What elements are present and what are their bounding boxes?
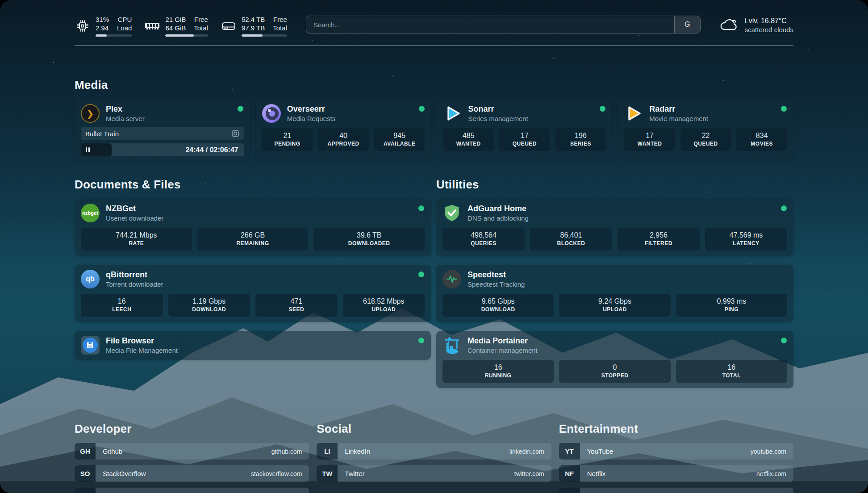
stat-filtered: 2,956FILTERED xyxy=(618,228,700,251)
disk-free: 52.4 TB xyxy=(242,15,265,24)
nzbget-card[interactable]: nzbget NZBGet Usenet downloader 744.21 M… xyxy=(75,199,431,256)
stat-leech: 16LEECH xyxy=(81,294,163,317)
stat-latency: 47.569 msLATENCY xyxy=(705,228,787,251)
filebrowser-title: File Browser xyxy=(106,336,178,346)
adguard-card[interactable]: AdGuard Home DNS and adblocking 498,564Q… xyxy=(436,199,793,256)
plex-progressbar: 24:44 / 02:06:47 xyxy=(81,143,244,156)
radarr-status-dot xyxy=(781,106,787,112)
stat-available: 945AVAILABLE xyxy=(374,128,425,151)
sonarr-icon xyxy=(443,104,462,123)
bookmark-abbr: NF xyxy=(559,465,580,482)
bookmark-name: LinkedIn xyxy=(345,447,370,455)
stat-approved: 40APPROVED xyxy=(318,128,369,151)
entertainment-column: Entertainment YT YouTube youtube.com NF … xyxy=(559,422,793,493)
overseerr-card[interactable]: Overseerr Media Requests 21PENDING 40APP… xyxy=(256,99,431,162)
qbittorrent-icon: qb xyxy=(81,270,100,288)
bookmark-youtube[interactable]: YT YouTube youtube.com xyxy=(559,443,793,460)
stat-total: 16TOTAL xyxy=(676,360,787,383)
bookmark-url: linkedin.com xyxy=(509,448,544,455)
section-title-documents: Documents & Files xyxy=(75,178,431,192)
bookmark-name: YouTube xyxy=(587,447,613,455)
portainer-status-dot xyxy=(781,338,787,343)
plex-playback-time: 24:44 / 02:06:47 xyxy=(185,146,243,154)
qbittorrent-title: qBittorrent xyxy=(106,270,163,280)
qbittorrent-status-dot xyxy=(418,272,424,277)
qbittorrent-subtitle: Torrent downloader xyxy=(106,280,163,288)
stat-running: 16RUNNING xyxy=(442,360,554,383)
section-title-social: Social xyxy=(317,422,551,436)
stat-stopped: 0STOPPED xyxy=(559,360,670,383)
search-provider-button[interactable]: G xyxy=(674,16,700,33)
plex-progress-fill xyxy=(81,143,112,156)
cpu-load: 2.94 xyxy=(96,24,109,32)
bookmark-dev[interactable]: DT DEV dev.to xyxy=(75,488,309,493)
radarr-subtitle: Movie management xyxy=(649,114,708,123)
stat-ping: 0.993 msPING xyxy=(676,294,787,317)
sonarr-card[interactable]: Sonarr Series management 485WANTED 17QUE… xyxy=(437,99,613,162)
portainer-card[interactable]: Media Portainer Container management 16R… xyxy=(436,331,793,388)
stat-wanted: 485WANTED xyxy=(443,128,494,151)
qbittorrent-card[interactable]: qb qBittorrent Torrent downloader 16LEEC… xyxy=(75,265,431,322)
stat-upload: 618.52 MbpsUPLOAD xyxy=(343,294,425,317)
weather-widget[interactable]: Lviv, 16.87°C scattered clouds xyxy=(718,16,793,34)
disk-icon xyxy=(221,20,237,32)
bookmark-url: netflix.com xyxy=(756,470,786,477)
search-input[interactable] xyxy=(306,16,674,33)
bookmark-netflix[interactable]: NF Netflix netflix.com xyxy=(559,465,793,482)
bookmark-linkedin[interactable]: LI LinkedIn linkedin.com xyxy=(317,443,551,460)
cpu-progressbar xyxy=(96,34,132,37)
bookmark-stackoverflow[interactable]: SO StackOverflow stackoverflow.com xyxy=(75,465,309,482)
bookmark-url: stackoverflow.com xyxy=(251,470,302,477)
cpu-label: CPU xyxy=(117,15,132,24)
bookmark-abbr: GH xyxy=(75,443,96,460)
dashboard-screen: 31% 2.94 CPU Load xyxy=(0,0,868,493)
radarr-icon xyxy=(624,104,643,123)
overseerr-status-dot xyxy=(419,106,425,112)
stat-queries: 498,564QUERIES xyxy=(442,228,525,251)
nzbget-icon: nzbget xyxy=(81,204,100,222)
bookmark-abbr: TW xyxy=(317,465,338,482)
media-type-icon xyxy=(231,130,239,138)
bookmark-url: twitter.com xyxy=(514,470,544,477)
cloud-icon xyxy=(718,17,739,33)
bookmark-github[interactable]: GH Github github.com xyxy=(75,443,309,460)
bookmark-name: StackOverflow xyxy=(103,470,146,477)
memory-widget: 21 GiB 64 GiB Free Total xyxy=(144,15,208,37)
section-title-entertainment: Entertainment xyxy=(559,422,793,436)
section-title-utilities: Utilities xyxy=(436,178,793,192)
speedtest-card[interactable]: Speedtest Speedtest Tracking 9.65 GbpsDO… xyxy=(436,265,793,322)
nzbget-subtitle: Usenet downloader xyxy=(106,214,163,222)
cpu-load-label: Load xyxy=(117,24,132,32)
nzbget-status-dot xyxy=(418,205,424,211)
section-title-media: Media xyxy=(75,78,793,92)
bookmark-abbr: SO xyxy=(75,465,96,482)
developer-column: Developer GH Github github.com SO StackO… xyxy=(75,422,309,493)
stat-movies: 834MOVIES xyxy=(736,128,787,151)
memory-free: 21 GiB xyxy=(165,15,186,24)
adguard-title: AdGuard Home xyxy=(467,204,529,214)
cpu-icon xyxy=(75,19,91,33)
plex-card[interactable]: ❯ Plex Media server Bullet Train xyxy=(75,99,250,162)
stat-blocked: 86,401BLOCKED xyxy=(530,228,612,251)
bookmark-name: Netflix xyxy=(587,470,606,477)
weather-location-temp: Lviv, 16.87°C xyxy=(745,16,793,25)
speedtest-subtitle: Speedtest Tracking xyxy=(467,280,525,288)
bookmark-twitter[interactable]: TW Twitter twitter.com xyxy=(317,465,551,482)
memory-progressbar xyxy=(165,34,208,37)
bookmark-url: youtube.com xyxy=(751,448,786,455)
filebrowser-card[interactable]: File Browser Media File Management xyxy=(75,331,431,360)
weather-condition: scattered clouds xyxy=(745,25,793,34)
stat-rate: 744.21 MbpsRATE xyxy=(81,228,192,251)
pause-icon[interactable] xyxy=(86,146,91,154)
sonarr-title: Sonarr xyxy=(468,104,528,114)
social-column: Social LI LinkedIn linkedin.com TW Twitt… xyxy=(317,422,551,493)
disk-free-label: Free xyxy=(273,15,287,24)
stat-seed: 471SEED xyxy=(255,294,338,317)
stat-remaining: 266 GBREMAINING xyxy=(197,228,309,251)
media-card-row: ❯ Plex Media server Bullet Train xyxy=(75,99,793,162)
bookmark-abbr: DT xyxy=(75,488,96,493)
now-playing-title: Bullet Train xyxy=(85,130,119,138)
radarr-card[interactable]: Radarr Movie management 17WANTED 22QUEUE… xyxy=(618,99,793,162)
bookmark-reddit[interactable]: RE Reddit reddit.com xyxy=(559,488,793,493)
disk-progressbar xyxy=(242,34,287,37)
